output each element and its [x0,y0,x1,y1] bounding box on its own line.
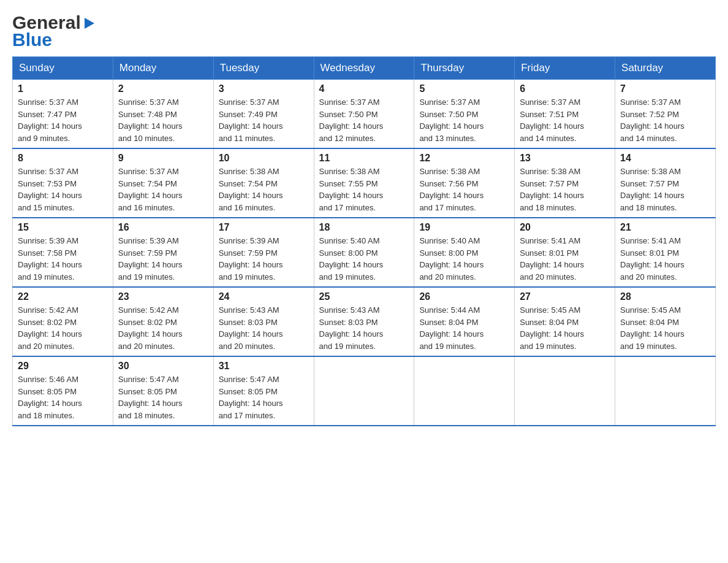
daylight-label: Daylight: 14 hours [18,121,82,131]
daylight-minutes: and 20 minutes. [620,272,677,282]
sunrise-label: Sunrise: 5:45 AM [520,305,580,315]
daylight-minutes: and 20 minutes. [219,342,276,351]
logo-triangle-icon [82,17,96,30]
daylight-label: Daylight: 14 hours [219,191,283,200]
day-info: Sunrise: 5:41 AM Sunset: 8:01 PM Dayligh… [620,235,710,283]
calendar-week-row: 22 Sunrise: 5:42 AM Sunset: 8:02 PM Dayl… [13,287,716,356]
calendar-day-cell: 14 Sunrise: 5:38 AM Sunset: 7:57 PM Dayl… [615,148,716,218]
daylight-label: Daylight: 14 hours [18,260,82,269]
calendar-day-cell: 4 Sunrise: 5:37 AM Sunset: 7:50 PM Dayli… [314,80,414,149]
day-number: 15 [18,222,108,233]
day-info: Sunrise: 5:47 AM Sunset: 8:05 PM Dayligh… [219,373,309,421]
calendar-day-cell [414,356,515,426]
day-number: 6 [520,83,610,94]
day-number: 3 [219,83,309,94]
sunset-label: Sunset: 8:03 PM [319,318,378,327]
sunset-label: Sunset: 7:47 PM [18,110,77,119]
daylight-minutes: and 19 minutes. [620,342,677,351]
sunrise-label: Sunrise: 5:38 AM [620,167,681,176]
day-number: 1 [18,83,108,94]
sunset-label: Sunset: 7:57 PM [620,179,679,188]
sunset-label: Sunset: 8:04 PM [520,318,578,327]
daylight-minutes: and 18 minutes. [18,411,75,420]
daylight-label: Daylight: 14 hours [118,121,183,131]
day-info: Sunrise: 5:42 AM Sunset: 8:02 PM Dayligh… [18,304,108,352]
sunset-label: Sunset: 7:56 PM [419,179,478,188]
sunset-label: Sunset: 8:01 PM [620,248,679,258]
sunrise-label: Sunrise: 5:40 AM [419,236,480,245]
calendar-week-row: 15 Sunrise: 5:39 AM Sunset: 7:58 PM Dayl… [13,218,716,287]
calendar-day-cell [314,356,414,426]
calendar-day-cell: 7 Sunrise: 5:37 AM Sunset: 7:52 PM Dayli… [615,80,716,149]
sunset-label: Sunset: 7:54 PM [118,179,177,188]
day-info: Sunrise: 5:40 AM Sunset: 8:00 PM Dayligh… [319,235,409,283]
daylight-label: Daylight: 14 hours [319,191,384,200]
daylight-minutes: and 19 minutes. [18,272,75,282]
day-number: 12 [419,153,509,164]
sunrise-label: Sunrise: 5:39 AM [18,236,78,245]
daylight-minutes: and 20 minutes. [419,272,476,282]
daylight-label: Daylight: 14 hours [620,121,684,131]
calendar-day-cell: 23 Sunrise: 5:42 AM Sunset: 8:02 PM Dayl… [113,287,213,356]
daylight-minutes: and 14 minutes. [620,134,677,143]
day-info: Sunrise: 5:37 AM Sunset: 7:53 PM Dayligh… [18,166,108,213]
sunrise-label: Sunrise: 5:46 AM [18,375,78,384]
sunset-label: Sunset: 7:53 PM [18,179,77,188]
calendar-day-cell: 13 Sunrise: 5:38 AM Sunset: 7:57 PM Dayl… [515,148,615,218]
calendar-day-cell: 15 Sunrise: 5:39 AM Sunset: 7:58 PM Dayl… [13,218,113,287]
daylight-minutes: and 11 minutes. [219,134,276,143]
sunrise-label: Sunrise: 5:37 AM [118,167,179,176]
calendar-day-cell: 27 Sunrise: 5:45 AM Sunset: 8:04 PM Dayl… [515,287,615,356]
sunset-label: Sunset: 8:05 PM [18,387,77,396]
daylight-minutes: and 14 minutes. [520,134,577,143]
day-info: Sunrise: 5:37 AM Sunset: 7:50 PM Dayligh… [319,96,409,144]
day-info: Sunrise: 5:37 AM Sunset: 7:49 PM Dayligh… [219,96,309,144]
calendar-header-saturday: Saturday [615,57,716,80]
calendar-header-friday: Friday [515,57,615,80]
day-info: Sunrise: 5:38 AM Sunset: 7:57 PM Dayligh… [620,166,710,213]
day-number: 8 [18,153,108,164]
day-number: 10 [219,153,309,164]
day-info: Sunrise: 5:37 AM Sunset: 7:52 PM Dayligh… [620,96,710,144]
day-info: Sunrise: 5:47 AM Sunset: 8:05 PM Dayligh… [118,373,208,421]
calendar-header-thursday: Thursday [414,57,515,80]
sunset-label: Sunset: 8:03 PM [219,318,278,327]
daylight-label: Daylight: 14 hours [219,399,283,408]
sunrise-label: Sunrise: 5:38 AM [520,167,580,176]
day-info: Sunrise: 5:39 AM Sunset: 7:59 PM Dayligh… [219,235,309,283]
daylight-minutes: and 17 minutes. [319,203,376,212]
calendar-day-cell: 11 Sunrise: 5:38 AM Sunset: 7:55 PM Dayl… [314,148,414,218]
day-number: 23 [118,291,208,302]
calendar-header-row: SundayMondayTuesdayWednesdayThursdayFrid… [13,57,716,80]
sunset-label: Sunset: 7:54 PM [219,179,278,188]
sunset-label: Sunset: 8:01 PM [520,248,578,258]
page-header: General Blue [12,12,716,50]
day-info: Sunrise: 5:37 AM Sunset: 7:48 PM Dayligh… [118,96,208,144]
day-info: Sunrise: 5:38 AM Sunset: 7:54 PM Dayligh… [219,166,309,213]
daylight-label: Daylight: 14 hours [118,329,183,339]
calendar-day-cell: 6 Sunrise: 5:37 AM Sunset: 7:51 PM Dayli… [515,80,615,149]
calendar-day-cell: 3 Sunrise: 5:37 AM Sunset: 7:49 PM Dayli… [213,80,314,149]
sunrise-label: Sunrise: 5:37 AM [319,98,380,107]
day-number: 28 [620,291,710,302]
sunset-label: Sunset: 7:50 PM [419,110,478,119]
calendar-day-cell [515,356,615,426]
calendar-day-cell: 2 Sunrise: 5:37 AM Sunset: 7:48 PM Dayli… [113,80,213,149]
sunset-label: Sunset: 8:02 PM [118,318,177,327]
day-info: Sunrise: 5:42 AM Sunset: 8:02 PM Dayligh… [118,304,208,352]
day-number: 16 [118,222,208,233]
daylight-label: Daylight: 14 hours [219,260,283,269]
calendar-day-cell: 22 Sunrise: 5:42 AM Sunset: 8:02 PM Dayl… [13,287,113,356]
daylight-label: Daylight: 14 hours [520,121,584,131]
calendar-header-monday: Monday [113,57,213,80]
day-number: 26 [419,291,509,302]
sunset-label: Sunset: 7:59 PM [118,248,177,258]
sunrise-label: Sunrise: 5:47 AM [219,375,279,384]
daylight-minutes: and 13 minutes. [419,134,476,143]
daylight-label: Daylight: 14 hours [620,260,684,269]
daylight-label: Daylight: 14 hours [319,260,384,269]
calendar-day-cell: 21 Sunrise: 5:41 AM Sunset: 8:01 PM Dayl… [615,218,716,287]
sunset-label: Sunset: 8:04 PM [620,318,679,327]
daylight-minutes: and 15 minutes. [18,203,75,212]
calendar-day-cell: 30 Sunrise: 5:47 AM Sunset: 8:05 PM Dayl… [113,356,213,426]
